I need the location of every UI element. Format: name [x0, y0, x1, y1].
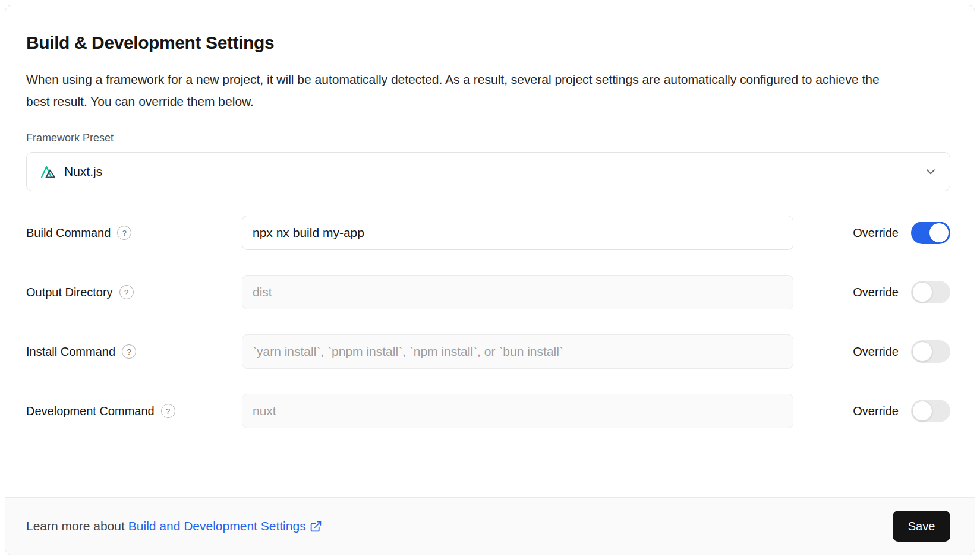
build-command-override: Override	[819, 222, 950, 244]
help-icon[interactable]: ?	[161, 404, 175, 418]
help-icon[interactable]: ?	[119, 285, 134, 299]
install-command-input	[242, 334, 793, 369]
override-toggle[interactable]	[911, 281, 950, 303]
output-directory-input	[242, 275, 793, 309]
build-command-label: Build Command	[26, 226, 111, 240]
card-footer: Learn more about Build and Development S…	[5, 497, 975, 555]
toggle-knob	[912, 401, 932, 421]
nuxtjs-icon	[40, 165, 56, 179]
override-label: Override	[853, 226, 899, 240]
override-label: Override	[853, 286, 899, 299]
save-button[interactable]: Save	[893, 511, 950, 542]
learn-more-link-label: Build and Development Settings	[128, 519, 306, 533]
override-label: Override	[853, 345, 899, 359]
learn-more-prefix: Learn more about	[26, 519, 125, 533]
settings-rows: Build Command ? Override Output Director…	[26, 216, 950, 428]
development-command-override: Override	[819, 400, 950, 422]
output-directory-override: Override	[819, 281, 950, 303]
override-label: Override	[853, 404, 899, 418]
build-command-label-group: Build Command ?	[26, 226, 242, 240]
install-command-label: Install Command	[26, 345, 115, 359]
external-link-icon	[310, 520, 322, 533]
description-text: When using a framework for a new project…	[26, 68, 888, 112]
install-command-label-group: Install Command ?	[26, 344, 242, 359]
install-command-row: Install Command ? Override	[26, 334, 950, 369]
framework-preset-label: Framework Preset	[26, 131, 950, 144]
output-directory-label-group: Output Directory ?	[26, 285, 242, 299]
toggle-knob	[912, 341, 932, 362]
page-title: Build & Development Settings	[26, 33, 950, 53]
build-command-row: Build Command ? Override	[26, 216, 950, 250]
framework-preset-value: Nuxt.js	[64, 164, 917, 179]
toggle-knob	[912, 282, 932, 302]
build-settings-docs-link[interactable]: Build and Development Settings	[128, 519, 322, 533]
chevron-down-icon	[925, 166, 937, 178]
learn-more-text: Learn more about Build and Development S…	[26, 519, 322, 533]
framework-preset-select[interactable]: Nuxt.js	[26, 152, 950, 191]
toggle-knob	[929, 223, 949, 243]
development-command-label-group: Development Command ?	[26, 404, 242, 418]
help-icon[interactable]: ?	[117, 226, 131, 240]
override-toggle[interactable]	[911, 400, 950, 422]
install-command-override: Override	[819, 340, 950, 363]
development-command-row: Development Command ? Override	[26, 394, 950, 428]
output-directory-label: Output Directory	[26, 286, 113, 299]
help-icon[interactable]: ?	[122, 344, 136, 359]
development-command-label: Development Command	[26, 404, 155, 418]
override-toggle[interactable]	[911, 222, 950, 244]
development-command-input	[242, 394, 793, 428]
override-toggle[interactable]	[911, 340, 950, 363]
build-command-input[interactable]	[242, 216, 793, 250]
build-settings-card: Build & Development Settings When using …	[5, 5, 975, 555]
card-content: Build & Development Settings When using …	[5, 5, 975, 453]
output-directory-row: Output Directory ? Override	[26, 275, 950, 309]
